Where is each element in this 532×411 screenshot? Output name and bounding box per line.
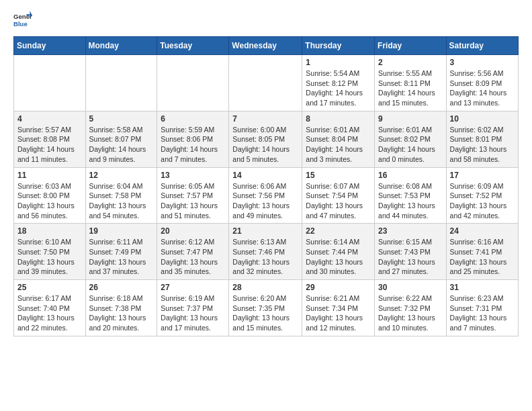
day-info: Sunrise: 6:01 AMSunset: 8:04 PMDaylight:… xyxy=(306,125,371,165)
day-number: 22 xyxy=(306,226,371,236)
calendar-cell: 4Sunrise: 5:57 AMSunset: 8:08 PMDaylight… xyxy=(14,111,86,167)
calendar-cell xyxy=(229,55,302,111)
calendar-cell: 3Sunrise: 5:56 AMSunset: 8:09 PMDaylight… xyxy=(446,55,518,111)
logo: General Blue xyxy=(13,11,32,30)
day-info: Sunrise: 6:17 AMSunset: 7:40 PMDaylight:… xyxy=(17,293,82,333)
day-info: Sunrise: 6:04 AMSunset: 7:58 PMDaylight:… xyxy=(89,181,154,221)
day-info: Sunrise: 5:59 AMSunset: 8:06 PMDaylight:… xyxy=(161,125,225,165)
weekday-header-sunday: Sunday xyxy=(14,37,86,55)
weekday-header-saturday: Saturday xyxy=(446,37,518,55)
day-number: 23 xyxy=(378,226,443,236)
calendar-cell: 5Sunrise: 5:58 AMSunset: 8:07 PMDaylight… xyxy=(85,111,157,167)
day-info: Sunrise: 6:12 AMSunset: 7:47 PMDaylight:… xyxy=(161,237,225,277)
calendar-week-3: 11Sunrise: 6:03 AMSunset: 8:00 PMDayligh… xyxy=(14,167,519,224)
calendar-table: SundayMondayTuesdayWednesdayThursdayFrid… xyxy=(13,36,519,336)
day-info: Sunrise: 6:06 AMSunset: 7:56 PMDaylight:… xyxy=(232,181,298,221)
day-number: 10 xyxy=(450,114,515,124)
calendar-cell: 2Sunrise: 5:55 AMSunset: 8:11 PMDaylight… xyxy=(375,55,447,111)
logo-icon: General Blue xyxy=(13,11,32,30)
day-number: 14 xyxy=(232,171,298,180)
day-info: Sunrise: 5:57 AMSunset: 8:08 PMDaylight:… xyxy=(17,125,82,165)
day-number: 21 xyxy=(232,226,298,236)
weekday-header-thursday: Thursday xyxy=(302,37,375,55)
day-number: 30 xyxy=(378,283,443,292)
day-number: 17 xyxy=(450,171,515,180)
day-info: Sunrise: 6:02 AMSunset: 8:01 PMDaylight:… xyxy=(450,125,515,165)
calendar-cell: 21Sunrise: 6:13 AMSunset: 7:46 PMDayligh… xyxy=(229,224,302,280)
day-number: 27 xyxy=(161,283,225,292)
weekday-header-monday: Monday xyxy=(85,37,157,55)
day-info: Sunrise: 6:14 AMSunset: 7:44 PMDaylight:… xyxy=(306,237,371,277)
day-info: Sunrise: 5:58 AMSunset: 8:07 PMDaylight:… xyxy=(89,125,154,165)
calendar-cell: 25Sunrise: 6:17 AMSunset: 7:40 PMDayligh… xyxy=(14,280,86,336)
calendar-cell: 11Sunrise: 6:03 AMSunset: 8:00 PMDayligh… xyxy=(14,167,86,224)
day-info: Sunrise: 6:15 AMSunset: 7:43 PMDaylight:… xyxy=(378,237,443,277)
weekday-row: SundayMondayTuesdayWednesdayThursdayFrid… xyxy=(14,37,519,55)
calendar-week-4: 18Sunrise: 6:10 AMSunset: 7:50 PMDayligh… xyxy=(14,224,519,280)
day-number: 18 xyxy=(17,226,82,236)
day-number: 7 xyxy=(232,114,298,124)
calendar-cell: 9Sunrise: 6:01 AMSunset: 8:02 PMDaylight… xyxy=(375,111,447,167)
calendar-cell: 27Sunrise: 6:19 AMSunset: 7:37 PMDayligh… xyxy=(157,280,229,336)
day-info: Sunrise: 6:11 AMSunset: 7:49 PMDaylight:… xyxy=(89,237,154,277)
day-number: 20 xyxy=(161,226,225,236)
day-number: 5 xyxy=(89,114,154,124)
calendar-cell: 13Sunrise: 6:05 AMSunset: 7:57 PMDayligh… xyxy=(157,167,229,224)
day-number: 8 xyxy=(306,114,371,124)
day-info: Sunrise: 6:16 AMSunset: 7:41 PMDaylight:… xyxy=(450,237,515,277)
day-number: 28 xyxy=(232,283,298,292)
day-info: Sunrise: 6:22 AMSunset: 7:32 PMDaylight:… xyxy=(378,293,443,333)
day-info: Sunrise: 6:09 AMSunset: 7:52 PMDaylight:… xyxy=(450,181,515,221)
calendar-cell: 26Sunrise: 6:18 AMSunset: 7:38 PMDayligh… xyxy=(85,280,157,336)
day-number: 24 xyxy=(450,226,515,236)
calendar-cell: 17Sunrise: 6:09 AMSunset: 7:52 PMDayligh… xyxy=(446,167,518,224)
header: General Blue xyxy=(13,11,519,30)
day-info: Sunrise: 5:54 AMSunset: 8:12 PMDaylight:… xyxy=(306,68,371,108)
day-info: Sunrise: 5:55 AMSunset: 8:11 PMDaylight:… xyxy=(378,68,443,108)
day-number: 19 xyxy=(89,226,154,236)
calendar-cell: 18Sunrise: 6:10 AMSunset: 7:50 PMDayligh… xyxy=(14,224,86,280)
day-info: Sunrise: 6:00 AMSunset: 8:05 PMDaylight:… xyxy=(232,125,298,165)
weekday-header-friday: Friday xyxy=(375,37,447,55)
calendar-cell: 16Sunrise: 6:08 AMSunset: 7:53 PMDayligh… xyxy=(375,167,447,224)
calendar-cell: 8Sunrise: 6:01 AMSunset: 8:04 PMDaylight… xyxy=(302,111,375,167)
day-number: 12 xyxy=(89,171,154,180)
calendar-body: 1Sunrise: 5:54 AMSunset: 8:12 PMDaylight… xyxy=(14,55,519,336)
calendar-header: SundayMondayTuesdayWednesdayThursdayFrid… xyxy=(14,37,519,55)
day-info: Sunrise: 6:13 AMSunset: 7:46 PMDaylight:… xyxy=(232,237,298,277)
calendar-cell xyxy=(157,55,229,111)
weekday-header-wednesday: Wednesday xyxy=(229,37,302,55)
day-number: 25 xyxy=(17,283,82,292)
day-number: 6 xyxy=(161,114,225,124)
calendar-cell xyxy=(85,55,157,111)
calendar-cell: 24Sunrise: 6:16 AMSunset: 7:41 PMDayligh… xyxy=(446,224,518,280)
calendar-cell: 20Sunrise: 6:12 AMSunset: 7:47 PMDayligh… xyxy=(157,224,229,280)
day-number: 1 xyxy=(306,58,371,67)
day-info: Sunrise: 6:20 AMSunset: 7:35 PMDaylight:… xyxy=(232,293,298,333)
day-number: 11 xyxy=(17,171,82,180)
calendar-cell: 31Sunrise: 6:23 AMSunset: 7:31 PMDayligh… xyxy=(446,280,518,336)
day-info: Sunrise: 6:05 AMSunset: 7:57 PMDaylight:… xyxy=(161,181,225,221)
calendar-cell: 10Sunrise: 6:02 AMSunset: 8:01 PMDayligh… xyxy=(446,111,518,167)
weekday-header-tuesday: Tuesday xyxy=(157,37,229,55)
calendar-cell: 15Sunrise: 6:07 AMSunset: 7:54 PMDayligh… xyxy=(302,167,375,224)
day-number: 16 xyxy=(378,171,443,180)
day-info: Sunrise: 6:23 AMSunset: 7:31 PMDaylight:… xyxy=(450,293,515,333)
day-number: 29 xyxy=(306,283,371,292)
calendar-cell: 19Sunrise: 6:11 AMSunset: 7:49 PMDayligh… xyxy=(85,224,157,280)
calendar-cell xyxy=(14,55,86,111)
calendar-cell: 23Sunrise: 6:15 AMSunset: 7:43 PMDayligh… xyxy=(375,224,447,280)
svg-text:Blue: Blue xyxy=(13,20,28,28)
day-info: Sunrise: 6:21 AMSunset: 7:34 PMDaylight:… xyxy=(306,293,371,333)
day-info: Sunrise: 6:07 AMSunset: 7:54 PMDaylight:… xyxy=(306,181,371,221)
day-info: Sunrise: 6:08 AMSunset: 7:53 PMDaylight:… xyxy=(378,181,443,221)
calendar-cell: 1Sunrise: 5:54 AMSunset: 8:12 PMDaylight… xyxy=(302,55,375,111)
day-number: 26 xyxy=(89,283,154,292)
calendar-week-5: 25Sunrise: 6:17 AMSunset: 7:40 PMDayligh… xyxy=(14,280,519,336)
calendar-cell: 30Sunrise: 6:22 AMSunset: 7:32 PMDayligh… xyxy=(375,280,447,336)
day-number: 3 xyxy=(450,58,515,67)
day-info: Sunrise: 6:03 AMSunset: 8:00 PMDaylight:… xyxy=(17,181,82,221)
day-number: 31 xyxy=(450,283,515,292)
day-number: 9 xyxy=(378,114,443,124)
calendar-cell: 22Sunrise: 6:14 AMSunset: 7:44 PMDayligh… xyxy=(302,224,375,280)
